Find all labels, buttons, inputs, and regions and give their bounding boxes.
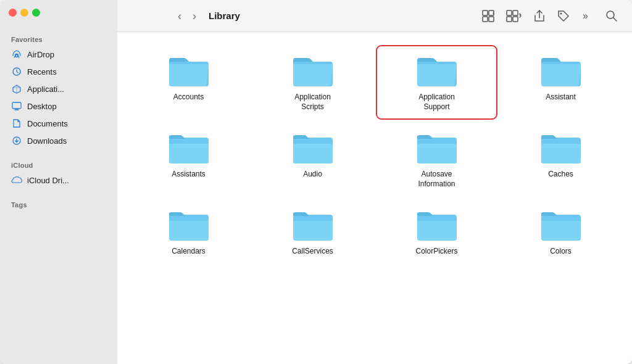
- recents-icon: [11, 66, 22, 77]
- folder-icon: [291, 207, 335, 243]
- file-label: Assistant: [546, 93, 576, 102]
- file-item-assistants[interactable]: Assistants: [130, 124, 247, 195]
- sidebar-item-applications[interactable]: Applicati...: [6, 80, 117, 97]
- sidebar-item-label: AirDrop: [27, 50, 54, 59]
- file-label: Colors: [550, 247, 572, 257]
- svg-rect-9: [513, 10, 518, 15]
- svg-rect-2: [12, 102, 21, 109]
- downloads-icon: [11, 135, 22, 146]
- sidebar-item-recents[interactable]: Recents: [6, 63, 117, 80]
- sidebar-item-label: Documents: [27, 119, 68, 128]
- maximize-button[interactable]: [32, 9, 40, 17]
- traffic-lights: [9, 9, 40, 17]
- forward-button[interactable]: ›: [189, 8, 200, 24]
- share-button[interactable]: [530, 7, 549, 25]
- documents-icon: [11, 118, 22, 129]
- folder-icon: [167, 207, 211, 243]
- sidebar-item-label: Desktop: [27, 102, 57, 111]
- toolbar-title: Library: [209, 10, 240, 21]
- folder-icon: [167, 130, 211, 166]
- view-icon-grid-button[interactable]: [478, 7, 499, 25]
- svg-rect-11: [513, 17, 518, 22]
- file-item-calendars[interactable]: Calendars: [130, 201, 247, 263]
- folder-icon: [415, 53, 459, 89]
- icloud-icon: [11, 175, 22, 186]
- file-item-assistant[interactable]: Assistant: [502, 47, 620, 118]
- finder-window: Favorites AirDrop: [0, 0, 632, 364]
- sidebar-item-label: Applicati...: [27, 85, 64, 94]
- icloud-label: iCloud: [6, 157, 117, 172]
- main-content: ‹ › Library: [117, 0, 632, 364]
- sidebar-item-airdrop[interactable]: AirDrop: [6, 46, 117, 63]
- svg-point-14: [607, 11, 614, 19]
- file-label: CallServices: [292, 247, 333, 257]
- close-button[interactable]: [9, 9, 17, 17]
- folder-icon: [415, 130, 459, 166]
- svg-text:»: »: [583, 10, 588, 21]
- sidebar-item-label: Recents: [27, 67, 57, 77]
- file-grid: Accounts Application Scripts: [117, 32, 632, 364]
- svg-rect-7: [489, 17, 494, 22]
- search-button[interactable]: [601, 7, 622, 25]
- file-label: Audio: [303, 170, 322, 180]
- file-item-autosave-information[interactable]: Autosave Information: [378, 124, 496, 195]
- file-item-application-scripts[interactable]: Application Scripts: [254, 47, 372, 118]
- file-item-call-services[interactable]: CallServices: [254, 201, 372, 263]
- svg-rect-8: [507, 10, 512, 15]
- file-label: ColorPickers: [415, 247, 457, 257]
- file-label: Application Support: [409, 93, 465, 112]
- favorites-label: Favorites: [6, 31, 117, 46]
- tags-label: Tags: [6, 196, 117, 211]
- svg-rect-4: [483, 10, 488, 15]
- back-button[interactable]: ‹: [174, 8, 185, 24]
- svg-point-12: [560, 12, 562, 14]
- file-label: Accounts: [173, 93, 204, 102]
- tag-button[interactable]: [553, 7, 574, 25]
- folder-icon: [291, 130, 335, 166]
- applications-icon: [11, 83, 22, 94]
- file-item-color-pickers[interactable]: ColorPickers: [378, 201, 496, 263]
- minimize-button[interactable]: [20, 9, 28, 17]
- toolbar: ‹ › Library: [117, 0, 632, 32]
- sidebar-item-icloud-drive[interactable]: iCloud Dri...: [6, 172, 117, 189]
- sidebar-item-desktop[interactable]: Desktop: [6, 97, 117, 115]
- file-label: Autosave Information: [409, 170, 465, 189]
- file-item-colors[interactable]: Colors: [502, 201, 620, 263]
- desktop-icon: [11, 101, 22, 112]
- file-label: Application Scripts: [285, 93, 341, 112]
- folder-icon: [539, 207, 583, 243]
- sidebar-item-downloads[interactable]: Downloads: [6, 132, 117, 149]
- svg-rect-6: [483, 17, 488, 22]
- file-item-audio[interactable]: Audio: [254, 124, 372, 195]
- file-item-accounts[interactable]: Accounts: [130, 47, 247, 118]
- file-item-caches[interactable]: Caches: [502, 124, 620, 195]
- file-label: Caches: [548, 170, 573, 180]
- sidebar-item-documents[interactable]: Documents: [6, 115, 117, 132]
- more-button[interactable]: »: [578, 7, 597, 25]
- sidebar-item-label: Downloads: [27, 136, 67, 146]
- folder-icon: [167, 53, 211, 89]
- airdrop-icon: [11, 49, 22, 60]
- folder-icon: [415, 207, 459, 243]
- folder-icon: [291, 53, 335, 89]
- file-item-application-support[interactable]: Application Support: [378, 47, 496, 118]
- folder-icon: [539, 53, 583, 89]
- file-label: Calendars: [172, 247, 206, 257]
- file-label: Assistants: [172, 170, 206, 180]
- svg-rect-10: [507, 17, 512, 22]
- folder-icon: [539, 130, 583, 166]
- view-options-button[interactable]: [502, 7, 526, 25]
- sidebar: Favorites AirDrop: [0, 0, 117, 364]
- sidebar-item-label: iCloud Dri...: [27, 176, 69, 185]
